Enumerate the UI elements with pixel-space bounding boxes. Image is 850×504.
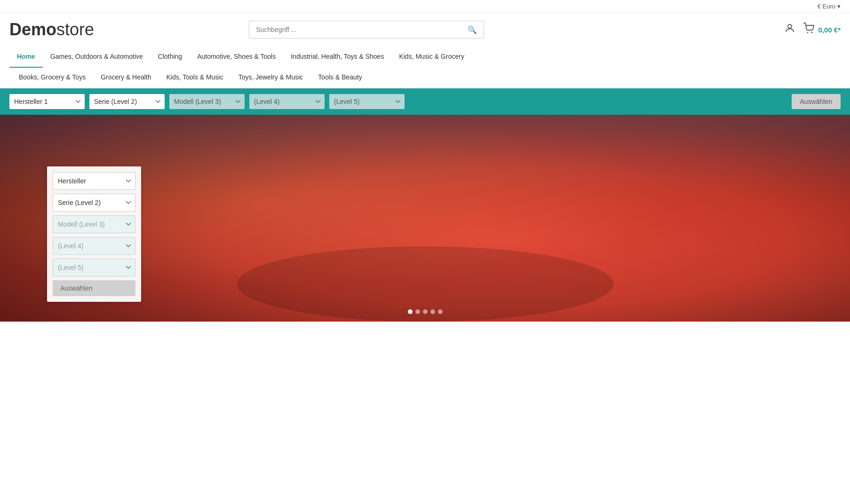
- cart-icon: [803, 23, 815, 37]
- float-level5[interactable]: (Level 5): [53, 259, 135, 276]
- nav-item-games-outdoors-automotive[interactable]: Games, Outdoors & Automotive: [43, 46, 151, 67]
- svg-point-1: [807, 32, 809, 33]
- nav-item-clothing[interactable]: Clothing: [151, 46, 190, 67]
- main-navigation: HomeGames, Outdoors & AutomotiveClothing…: [0, 46, 850, 88]
- svg-point-0: [788, 24, 792, 28]
- filter-bar: Hersteller 1 Serie (Level 2) Modell (Lev…: [0, 88, 850, 115]
- hero-section: Hersteller Serie (Level 2) Modell (Level…: [0, 115, 850, 322]
- logo-bold: Demo: [9, 20, 56, 39]
- nav-item-books-grocery-toys[interactable]: Books, Grocery & Toys: [11, 67, 93, 87]
- filter-model[interactable]: Modell (Level 3): [169, 94, 245, 109]
- nav-item-kids-tools-music[interactable]: Kids, Tools & Music: [159, 67, 231, 87]
- nav-item-automotive-shoes-tools[interactable]: Automotive, Shoes & Tools: [190, 46, 283, 67]
- logo-light: store: [56, 20, 94, 39]
- nav-item-grocery-health[interactable]: Grocery & Health: [93, 67, 159, 87]
- carousel-dots: [408, 309, 443, 314]
- filter-series[interactable]: Serie (Level 2): [89, 94, 165, 109]
- carousel-dot-2[interactable]: [415, 309, 420, 314]
- svg-point-2: [811, 32, 813, 33]
- search-bar: 🔍: [249, 21, 484, 39]
- cart-area[interactable]: 0,00 €*: [803, 23, 841, 37]
- filter-level5[interactable]: (Level 5): [329, 94, 405, 109]
- float-series[interactable]: Serie (Level 2): [53, 194, 135, 212]
- floating-filter-panel: Hersteller Serie (Level 2) Modell (Level…: [47, 166, 141, 302]
- float-level4[interactable]: (Level 4): [53, 237, 135, 255]
- float-manufacturer[interactable]: Hersteller: [53, 172, 135, 190]
- nav-item-kids-music-grocery[interactable]: Kids, Music & Grocery: [391, 46, 471, 67]
- currency-label: € Euro: [818, 3, 835, 10]
- filter-select-button[interactable]: Auswählen: [792, 94, 841, 109]
- nav-item-tools-beauty[interactable]: Tools & Beauty: [310, 67, 369, 87]
- carousel-dot-4[interactable]: [430, 309, 435, 314]
- logo[interactable]: Demostore: [9, 20, 94, 39]
- float-model[interactable]: Modell (Level 3): [53, 215, 135, 233]
- header: Demostore 🔍 0,00 €*: [0, 13, 850, 46]
- top-bar: € Euro ▾: [0, 0, 850, 13]
- nav-row-1: HomeGames, Outdoors & AutomotiveClothing…: [9, 46, 841, 67]
- nav-item-toys-jewelry-music[interactable]: Toys, Jewelry & Music: [231, 67, 311, 87]
- nav-item-home[interactable]: Home: [9, 46, 43, 68]
- nav-row-2: Books, Grocery & ToysGrocery & HealthKid…: [9, 67, 841, 87]
- carousel-dot-5[interactable]: [438, 309, 443, 314]
- float-select-button[interactable]: Auswählen: [53, 280, 135, 296]
- filter-manufacturer[interactable]: Hersteller 1: [9, 94, 85, 109]
- search-input[interactable]: [249, 21, 461, 38]
- cart-price: 0,00 €*: [818, 26, 841, 34]
- currency-selector[interactable]: € Euro ▾: [818, 3, 841, 10]
- carousel-dot-3[interactable]: [423, 309, 428, 314]
- account-icon[interactable]: [784, 23, 795, 37]
- header-icons: 0,00 €*: [784, 23, 841, 37]
- carousel-dot-1[interactable]: [408, 309, 413, 314]
- search-button[interactable]: 🔍: [461, 21, 484, 38]
- nav-item-industrial-health-toys-shoes[interactable]: Industrial, Health, Toys & Shoes: [283, 46, 391, 67]
- currency-chevron-icon: ▾: [837, 3, 841, 10]
- filter-level4[interactable]: (Level 4): [249, 94, 325, 109]
